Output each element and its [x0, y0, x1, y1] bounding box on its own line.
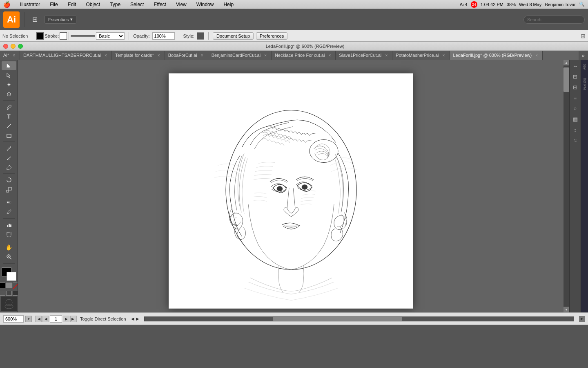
menu-file[interactable]: File [48, 1, 59, 8]
menu-illustrator[interactable]: Illustrator [18, 1, 42, 8]
menu-edit[interactable]: Edit [66, 1, 78, 8]
scale-btn[interactable] [2, 185, 16, 194]
zoom-dropdown-btn[interactable]: ▾ [25, 316, 32, 322]
panel-icon-transform[interactable]: ↔ [571, 61, 580, 70]
h-scroll-right-btn[interactable]: ▶ [579, 316, 585, 322]
magic-wand-btn[interactable]: ✦ [2, 80, 16, 89]
menu-help[interactable]: Help [222, 1, 235, 8]
tab-close-8[interactable]: × [534, 53, 539, 58]
svg-point-23 [277, 186, 283, 191]
tab-slave1[interactable]: Slave1PriceForCut.ai × [336, 51, 392, 60]
tab-close-6[interactable]: × [384, 53, 389, 58]
tab-close-7[interactable]: × [441, 53, 446, 58]
panel-options-icon[interactable]: ⊞ [581, 33, 586, 39]
normal-screen-btn[interactable] [0, 291, 5, 296]
scroll-up-btn[interactable]: ▲ [564, 60, 569, 65]
sep2 [69, 32, 69, 40]
horizontal-scrollbar[interactable] [144, 316, 574, 321]
column-graph-btn[interactable] [2, 221, 16, 229]
tab-necklace[interactable]: Necklace Price For cut.ai × [272, 51, 336, 60]
pencil-btn[interactable] [2, 153, 16, 162]
gradient-btn[interactable] [2, 198, 16, 207]
none-btn[interactable] [13, 283, 18, 288]
toggle-arrow-left[interactable]: ◀ [131, 316, 134, 321]
rotate-btn[interactable] [2, 176, 16, 184]
menu-type[interactable]: Type [108, 1, 122, 8]
zoom-btn[interactable] [2, 253, 16, 261]
preferences-button[interactable]: Preferences [256, 32, 287, 40]
scroll-track[interactable] [564, 65, 569, 307]
background-swatch[interactable] [7, 272, 16, 281]
h-scroll-thumb[interactable] [273, 317, 402, 321]
panel-icon-pathfinder[interactable]: ⊟ [571, 72, 580, 81]
tab-close-1[interactable]: × [103, 53, 108, 58]
last-page-btn[interactable]: ▶| [70, 316, 77, 322]
panel-icon-symbols[interactable]: ≈ [571, 136, 580, 145]
window-close-button[interactable] [3, 44, 8, 49]
tab-template[interactable]: Template for cards* × [112, 51, 165, 60]
presentation-btn[interactable] [13, 291, 18, 296]
canvas-area[interactable]: ▲ ▼ [18, 60, 569, 312]
toggle-arrow-right[interactable]: ▶ [136, 316, 139, 321]
eraser-btn[interactable] [2, 163, 16, 171]
rectangle-btn[interactable] [2, 131, 16, 139]
menu-object[interactable]: Object [84, 1, 102, 8]
tab-close-0[interactable]: × [11, 53, 16, 58]
panel-icon-color[interactable]: ○ [571, 104, 580, 113]
first-page-btn[interactable]: |◀ [35, 316, 42, 322]
style-swatch[interactable] [197, 32, 204, 40]
fullscreen-btn[interactable] [6, 291, 12, 296]
panel-icon-swatches[interactable]: ▦ [571, 114, 580, 123]
pen-btn[interactable] [2, 103, 16, 111]
tab-close-2[interactable]: × [156, 53, 161, 58]
next-page-btn[interactable]: ▶ [63, 316, 69, 322]
panel-icon-stroke[interactable]: ≡ [571, 93, 580, 102]
document-setup-button[interactable]: Document Setup [213, 32, 254, 40]
panel-icon-layers[interactable]: ↕ [571, 125, 580, 134]
eyedropper-btn[interactable] [2, 208, 16, 216]
stroke-style-select[interactable]: Basic [96, 32, 125, 40]
workspace-selector[interactable]: Essentials ▾ [45, 15, 76, 24]
lasso-btn[interactable]: ⊙ [2, 90, 16, 98]
tab-close-4[interactable]: × [263, 53, 268, 58]
tab-benjamins[interactable]: BenjaminsCardForCut.ai × [208, 51, 272, 60]
color-mode-buttons [0, 283, 18, 288]
color-btn[interactable] [0, 283, 5, 288]
menu-effect[interactable]: Effect [152, 1, 167, 8]
tab-overflow-button[interactable]: » [579, 51, 588, 60]
menu-window[interactable]: Window [195, 1, 216, 8]
window-maximize-button[interactable] [18, 44, 23, 49]
tab-darthmaul[interactable]: DARTHMAULLIGHTSABERFORCut.ai × [20, 51, 112, 60]
tab-potatomasher[interactable]: PotatoMasherPrice.ai × [392, 51, 450, 60]
zoom-input[interactable] [3, 315, 24, 323]
fill-swatch[interactable] [36, 32, 44, 40]
scroll-down-btn[interactable]: ▼ [564, 307, 569, 312]
line-btn[interactable] [2, 121, 16, 130]
panel-icon-align[interactable]: ⊞ [571, 83, 580, 92]
hand-btn[interactable]: ✋ [2, 243, 16, 252]
tab-ai[interactable]: Ai* × [0, 51, 20, 60]
search-input[interactable] [523, 16, 585, 24]
menu-view[interactable]: View [174, 1, 188, 8]
artboard-btn[interactable] [2, 230, 16, 239]
direct-selection-tool-btn[interactable] [2, 71, 16, 79]
stroke-swatch[interactable] [60, 32, 67, 40]
arrange-icon[interactable]: ⊞ [27, 15, 42, 25]
tab-close-3[interactable]: × [200, 53, 205, 58]
paintbrush-btn[interactable] [2, 144, 16, 153]
gradient-btn-small[interactable] [6, 283, 12, 288]
prev-page-btn[interactable]: ◀ [42, 316, 49, 322]
scroll-thumb[interactable] [564, 67, 569, 92]
tab-leda[interactable]: LedaForIll.jpg* @ 600% (RGB/Preview) × [450, 51, 543, 60]
page-number-input[interactable] [50, 315, 62, 323]
tab-close-5[interactable]: × [327, 53, 332, 58]
menu-select[interactable]: Select [129, 1, 145, 8]
apple-menu[interactable]: 🍎 [3, 1, 10, 8]
opacity-input[interactable] [152, 32, 175, 40]
type-btn[interactable]: T [2, 112, 16, 121]
search-menu-icon[interactable]: 🔍 [579, 2, 585, 7]
selection-tool-btn[interactable] [2, 61, 16, 70]
window-minimize-button[interactable] [11, 44, 16, 49]
vertical-scrollbar[interactable]: ▲ ▼ [564, 60, 569, 312]
tab-boba[interactable]: BobaForCut.ai × [165, 51, 208, 60]
